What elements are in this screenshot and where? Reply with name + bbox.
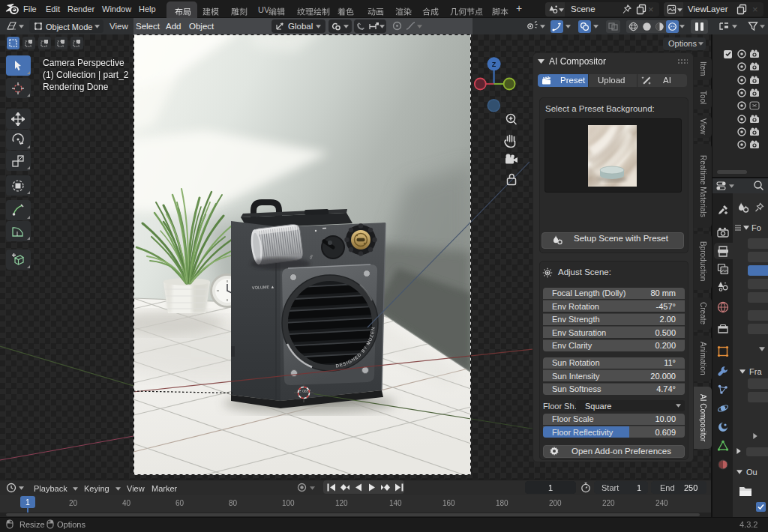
svg-text:Z: Z	[492, 61, 496, 68]
